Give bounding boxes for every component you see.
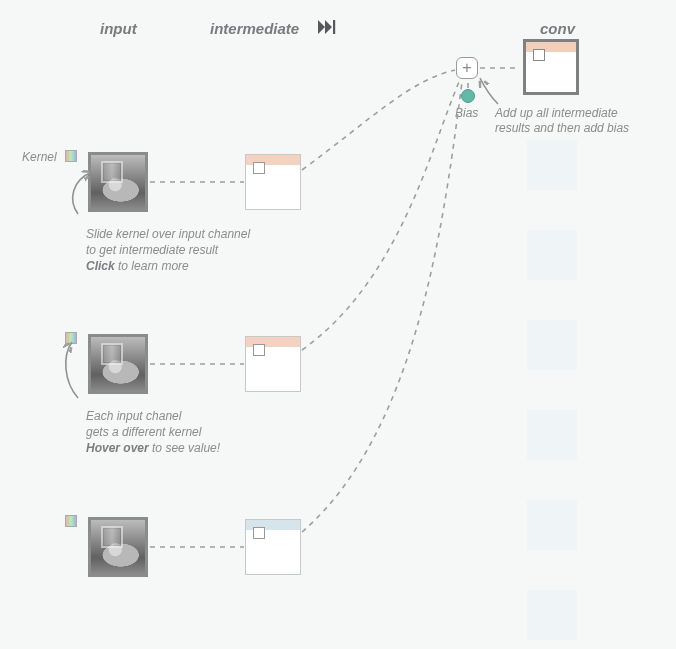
kernel-overlay-2 xyxy=(101,343,123,365)
input-channel-3[interactable] xyxy=(88,517,148,577)
kernel-overlay-3 xyxy=(101,526,123,548)
intermediate-highlight-1 xyxy=(253,162,265,174)
kernel-overlay-1 xyxy=(101,161,123,183)
conv-output-highlight xyxy=(533,49,545,61)
sum-node[interactable]: + xyxy=(456,57,478,79)
kernel-chip-1[interactable] xyxy=(65,150,77,162)
conv-future-4 xyxy=(527,410,577,460)
conv-caption: Add up all intermediate results and then… xyxy=(495,106,665,136)
header-intermediate: intermediate xyxy=(210,20,299,37)
conv-future-1 xyxy=(527,140,577,190)
intermediate-box-2[interactable] xyxy=(245,336,301,392)
caption-row-2[interactable]: Each input chanel gets a different kerne… xyxy=(86,408,306,457)
conv-future-5 xyxy=(527,500,577,550)
intermediate-highlight-2 xyxy=(253,344,265,356)
conv-output-box[interactable] xyxy=(523,39,579,95)
kernel-label: Kernel xyxy=(22,150,57,164)
input-channel-1[interactable] xyxy=(88,152,148,212)
bias-dot[interactable] xyxy=(461,89,475,103)
intermediate-box-1[interactable] xyxy=(245,154,301,210)
intermediate-highlight-3 xyxy=(253,527,265,539)
conv-future-6 xyxy=(527,590,577,640)
input-channel-2[interactable] xyxy=(88,334,148,394)
conv-future-3 xyxy=(527,320,577,370)
caption-row-1[interactable]: Slide kernel over input channel to get i… xyxy=(86,226,306,275)
bias-label: Bias xyxy=(455,106,478,120)
header-input: input xyxy=(100,20,137,37)
intermediate-box-3[interactable] xyxy=(245,519,301,575)
svg-rect-0 xyxy=(333,20,335,34)
kernel-chip-2[interactable] xyxy=(65,332,77,344)
skip-forward-icon[interactable] xyxy=(318,20,336,34)
conv-future-2 xyxy=(527,230,577,280)
kernel-chip-3[interactable] xyxy=(65,515,77,527)
plus-icon: + xyxy=(462,60,471,76)
header-conv: conv xyxy=(540,20,575,37)
